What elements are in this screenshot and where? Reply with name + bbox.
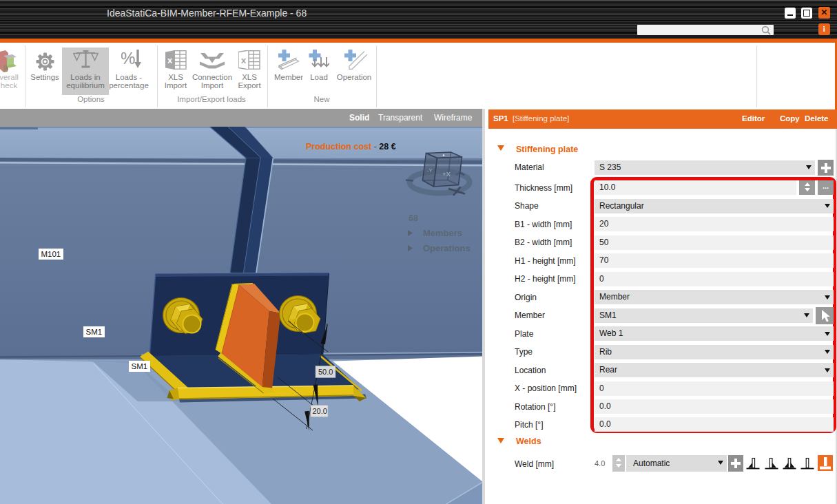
- svg-text:-Y: -Y: [427, 167, 433, 174]
- svg-text:%: %: [121, 49, 135, 67]
- svg-text:Members: Members: [423, 228, 462, 238]
- svg-text:x: x: [241, 55, 247, 65]
- svg-text:50.0: 50.0: [318, 368, 333, 376]
- svg-text:Operations: Operations: [423, 243, 471, 253]
- svg-text:20.0: 20.0: [313, 407, 327, 415]
- svg-text:+X: +X: [442, 170, 451, 178]
- svg-text:x: x: [167, 55, 173, 65]
- svg-text:68: 68: [409, 213, 418, 223]
